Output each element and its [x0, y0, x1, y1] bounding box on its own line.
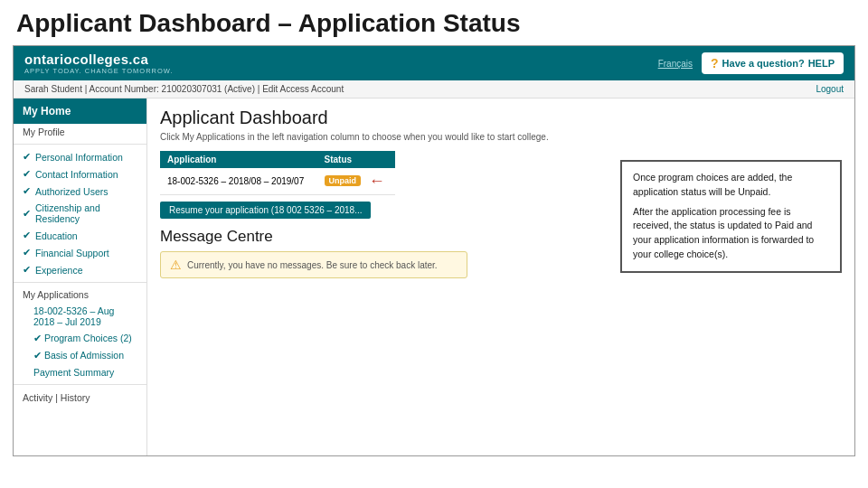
help-have-question: Have a question?	[722, 58, 805, 69]
francais-link[interactable]: Français	[658, 59, 693, 69]
sidebar-label-financial: Financial Support	[35, 248, 109, 258]
application-table: Application Status 18-002-5326 – 2018/08…	[160, 151, 395, 195]
resume-button[interactable]: Resume your application (18 002 5326 – 2…	[160, 202, 371, 219]
app-row-application: 18-002-5326 – 2018/08 – 2019/07	[160, 168, 317, 195]
unpaid-badge: Unpaid	[325, 175, 362, 186]
sidebar-label-program: Program Choices (2)	[44, 333, 132, 343]
sidebar-divider-3	[14, 384, 146, 385]
user-info: Sarah Student | Account Number: 21002030…	[24, 84, 344, 94]
check-icon-citizenship: ✔	[23, 208, 31, 220]
sidebar-my-home[interactable]: My Home	[14, 99, 146, 124]
content-area: Applicant Dashboard Click My Application…	[147, 99, 854, 455]
sidebar-payment-summary[interactable]: Payment Summary	[14, 364, 146, 380]
sidebar-application-item[interactable]: 18-002-5326 – Aug 2018 – Jul 2019	[14, 303, 146, 330]
sidebar-my-profile[interactable]: My Profile	[14, 124, 146, 140]
table-row: 18-002-5326 – 2018/08 – 2019/07 Unpaid ←	[160, 168, 395, 195]
col-application: Application	[160, 151, 317, 168]
site-tagline: APPLY TODAY. CHANGE TOMORROW.	[24, 67, 174, 75]
sidebar-item-education[interactable]: ✔ Education	[14, 227, 146, 244]
warning-icon: ⚠	[170, 258, 182, 272]
logout-link[interactable]: Logout	[816, 84, 844, 94]
sidebar-program-choices[interactable]: ✔ Program Choices (2)	[14, 330, 146, 347]
site-header: ontariocolleges.ca APPLY TODAY. CHANGE T…	[14, 46, 854, 80]
sidebar-item-contact-information[interactable]: ✔ Contact Information	[14, 165, 146, 183]
app-row-status: Unpaid ←	[317, 168, 395, 195]
check-icon-experience: ✔	[23, 264, 31, 276]
arrow-icon: ←	[369, 172, 385, 190]
message-notice-text: Currently, you have no messages. Be sure…	[187, 260, 438, 270]
col-status: Status	[317, 151, 395, 168]
sidebar-label-experience: Experience	[35, 265, 83, 276]
dashboard-subtitle: Click My Applications in the left naviga…	[160, 132, 842, 142]
check-icon-program: ✔	[33, 333, 42, 343]
check-icon-contact: ✔	[23, 168, 31, 180]
sidebar-label-authorized: Authorized Users	[35, 186, 108, 197]
dashboard-title: Applicant Dashboard	[160, 108, 842, 128]
callout-box: Once program choices are added, the appl…	[620, 160, 842, 273]
sidebar-item-personal-information[interactable]: ✔ Personal Information	[14, 148, 146, 165]
sidebar-basis-of-admission[interactable]: ✔ Basis of Admission	[14, 347, 146, 364]
help-label: HELP	[808, 58, 835, 69]
sidebar-label-contact: Contact Information	[35, 169, 118, 180]
browser-frame: ontariocolleges.ca APPLY TODAY. CHANGE T…	[13, 45, 855, 456]
account-bar: Sarah Student | Account Number: 21002030…	[14, 80, 854, 99]
sidebar-item-financial-support[interactable]: ✔ Financial Support	[14, 244, 146, 261]
main-layout: My Home My Profile ✔ Personal Informatio…	[14, 99, 854, 455]
sidebar-label-personal: Personal Information	[35, 152, 123, 163]
help-button[interactable]: ? Have a question? HELP	[702, 52, 844, 74]
sidebar: My Home My Profile ✔ Personal Informatio…	[14, 99, 147, 455]
check-icon-personal: ✔	[23, 151, 31, 163]
sidebar-divider-2	[14, 282, 146, 283]
message-notice: ⚠ Currently, you have no messages. Be su…	[160, 251, 467, 278]
site-logo: ontariocolleges.ca	[24, 52, 174, 67]
check-icon-financial: ✔	[23, 247, 31, 258]
sidebar-label-basis: Basis of Admission	[44, 350, 124, 361]
callout-line1: Once program choices are added, the appl…	[633, 171, 829, 200]
help-question-icon: ?	[711, 56, 719, 70]
check-icon-education: ✔	[23, 230, 31, 241]
sidebar-my-applications[interactable]: My Applications	[14, 286, 146, 303]
page-title: Applicant Dashboard – Application Status	[0, 0, 868, 45]
sidebar-divider-1	[14, 144, 146, 145]
sidebar-label-education: Education	[35, 230, 78, 241]
sidebar-item-experience[interactable]: ✔ Experience	[14, 261, 146, 278]
check-icon-basis: ✔	[33, 350, 42, 361]
sidebar-label-citizenship: Citizenship and Residency	[35, 202, 137, 224]
header-right: Français ? Have a question? HELP	[658, 52, 844, 74]
sidebar-item-citizenship[interactable]: ✔ Citizenship and Residency	[14, 200, 146, 227]
callout-line2: After the application processing fee is …	[633, 205, 829, 262]
check-icon-authorized: ✔	[23, 185, 31, 197]
logo-area: ontariocolleges.ca APPLY TODAY. CHANGE T…	[24, 52, 174, 75]
sidebar-activity-history[interactable]: Activity | History	[14, 389, 146, 407]
sidebar-item-authorized-users[interactable]: ✔ Authorized Users	[14, 183, 146, 200]
